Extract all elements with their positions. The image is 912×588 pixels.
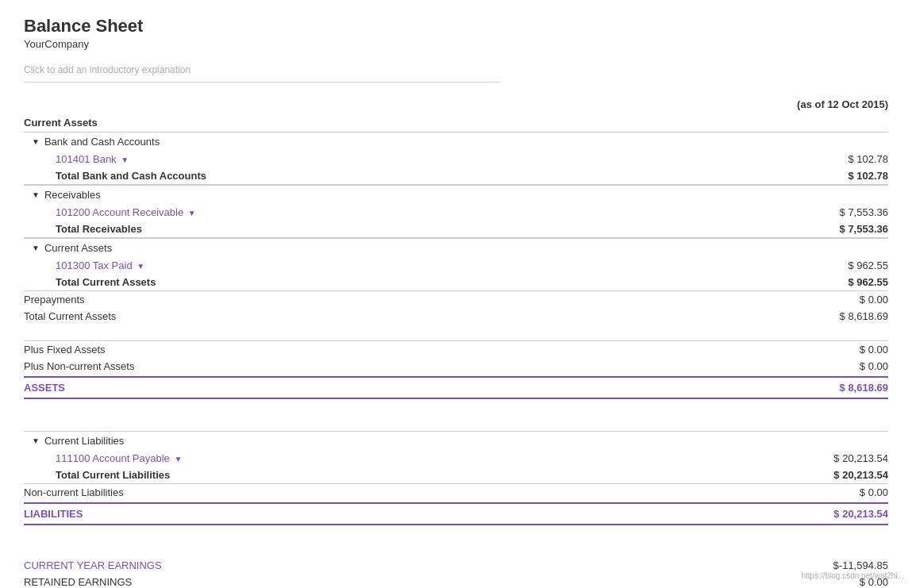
current-assets-subgroup-total-row: Total Current Assets $ 962.55: [24, 274, 888, 291]
receivables-group-label: Receivables: [44, 189, 101, 201]
payable-account-link[interactable]: 111100 Account Payable ▼: [56, 452, 182, 464]
plus-noncurrent-assets-row: Plus Non-current Assets $ 0.00: [24, 358, 888, 375]
company-name: YourCompany: [24, 38, 888, 50]
bank-account-amount: $ 102.78: [848, 153, 888, 165]
noncurrent-liabilities-row: Non-current Liabilities $ 0.00: [24, 484, 888, 501]
receivables-group-header[interactable]: ▼ Receivables: [24, 185, 888, 204]
current-assets-section-label: Current Assets: [24, 113, 888, 132]
taxpaid-dropdown-arrow[interactable]: ▼: [137, 262, 144, 271]
current-assets-subgroup-label: Current Assets: [44, 242, 112, 254]
liabilities-total-amount: $ 20,213.54: [833, 469, 888, 481]
tax-paid-account-row: 101300 Tax Paid ▼ $ 962.55: [24, 257, 888, 274]
plus-fixed-assets-amount: $ 0.00: [860, 344, 888, 355]
current-assets-subgroup-total-amount: $ 962.55: [848, 276, 888, 288]
receivable-account-amount: $ 7,553.36: [840, 206, 888, 218]
noncurrent-liabilities-label: Non-current Liabilities: [24, 486, 124, 498]
assets-amount: $ 8,618.69: [840, 382, 888, 394]
plus-noncurrent-assets-amount: $ 0.00: [860, 360, 888, 372]
plus-noncurrent-assets-label: Plus Non-current Assets: [24, 360, 134, 372]
liabilities-grand-total-row: LIABILITIES $ 20,213.54: [24, 502, 888, 525]
liabilities-total-label: Total Current Liabilities: [56, 469, 170, 481]
receivable-account-link[interactable]: 101200 Account Receivable ▼: [56, 206, 196, 218]
intro-placeholder[interactable]: Click to add an introductory explanation: [24, 58, 500, 83]
bank-account-link[interactable]: 101401 Bank ▼: [56, 153, 129, 165]
prepayments-label: Prepayments: [24, 294, 85, 306]
plus-fixed-assets-label: Plus Fixed Assets: [24, 344, 106, 355]
liabilities-group-label: Current Liabilities: [44, 435, 124, 447]
retained-earnings-label: RETAINED EARNINGS: [24, 576, 132, 588]
page-title: Balance Sheet: [24, 16, 888, 37]
bank-group-header[interactable]: ▼ Bank and Cash Accounts: [24, 132, 888, 151]
payable-account-row: 111100 Account Payable ▼ $ 20,213.54: [24, 450, 888, 467]
current-assets-subgroup-total-label: Total Current Assets: [56, 276, 156, 288]
tax-paid-account-anchor: 101300 Tax Paid ▼: [56, 259, 144, 271]
receivables-total-label: Total Receivables: [56, 223, 142, 235]
bank-account-anchor: 101401 Bank ▼: [56, 153, 129, 165]
plus-fixed-assets-row: Plus Fixed Assets $ 0.00: [24, 340, 888, 358]
payable-account-amount: $ 20,213.54: [833, 452, 888, 464]
liabilities-total-row: Total Current Liabilities $ 20,213.54: [24, 467, 888, 484]
assets-label: ASSETS: [24, 382, 65, 394]
bank-account-row: 101401 Bank ▼ $ 102.78: [24, 151, 888, 167]
payable-account-anchor: 111100 Account Payable ▼: [56, 452, 182, 464]
prepayments-amount: $ 0.00: [860, 294, 888, 306]
current-year-earnings-row: CURRENT YEAR EARNINGS $-11,594.85: [24, 557, 888, 574]
liabilities-grand-total-amount: $ 20,213.54: [833, 508, 888, 520]
current-assets-subgroup-header[interactable]: ▼ Current Assets: [24, 238, 888, 257]
liabilities-chevron: ▼: [32, 436, 40, 445]
receivable-dropdown-arrow[interactable]: ▼: [188, 209, 196, 217]
current-assets-subgroup-chevron: ▼: [32, 244, 40, 252]
current-year-earnings-amount: $-11,594.85: [833, 559, 888, 571]
receivables-total-row: Total Receivables $ 7,553.36: [24, 221, 888, 238]
bank-group-chevron: ▼: [32, 137, 40, 146]
bank-group-label: Bank and Cash Accounts: [44, 136, 160, 148]
receivables-chevron: ▼: [32, 190, 40, 199]
liabilities-group-header[interactable]: ▼ Current Liabilities: [24, 431, 888, 450]
total-current-assets-label: Total Current Assets: [24, 310, 116, 322]
tax-paid-account-amount: $ 962.55: [848, 259, 888, 271]
tax-paid-account-link[interactable]: 101300 Tax Paid ▼: [56, 259, 144, 271]
url-watermark: https://blog.csdn.net/wat2hi...: [801, 571, 904, 580]
date-header: (as of 12 Oct 2015): [24, 98, 888, 113]
noncurrent-liabilities-amount: $ 0.00: [860, 486, 888, 498]
current-year-earnings-link[interactable]: CURRENT YEAR EARNINGS: [24, 559, 162, 571]
liabilities-grand-total-label: LIABILITIES: [24, 508, 83, 520]
bank-total-label: Total Bank and Cash Accounts: [56, 170, 206, 182]
bank-total-row: Total Bank and Cash Accounts $ 102.78: [24, 167, 888, 185]
retained-earnings-row: RETAINED EARNINGS $ 0.00: [24, 574, 888, 588]
payable-dropdown-arrow[interactable]: ▼: [174, 455, 182, 463]
assets-total-row: ASSETS $ 8,618.69: [24, 376, 888, 399]
total-current-assets-amount: $ 8,618.69: [840, 310, 888, 322]
bank-total-amount: $ 102.78: [848, 170, 888, 182]
total-current-assets-row: Total Current Assets $ 8,618.69: [24, 308, 888, 325]
receivable-account-row: 101200 Account Receivable ▼ $ 7,553.36: [24, 204, 888, 221]
receivable-account-anchor: 101200 Account Receivable ▼: [56, 206, 196, 218]
receivables-total-amount: $ 7,553.36: [840, 223, 888, 235]
bank-dropdown-arrow[interactable]: ▼: [121, 156, 129, 164]
prepayments-row: Prepayments $ 0.00: [24, 291, 888, 308]
